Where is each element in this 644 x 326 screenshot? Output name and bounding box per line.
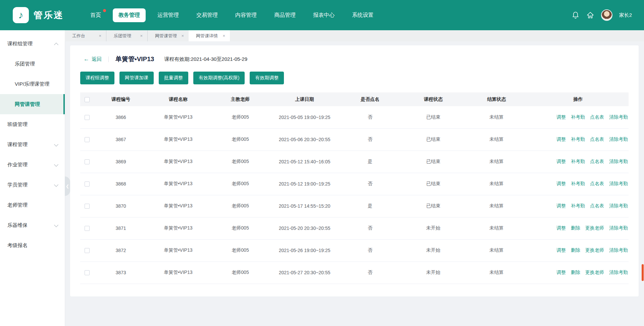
action-link-3[interactable]: 更换老师 <box>585 247 604 253</box>
validity-adjust-button[interactable]: 有效期调整 <box>250 72 284 84</box>
adjust-course-group-button[interactable]: 课程组调整 <box>80 72 114 84</box>
sidebar-item-orchestra-mgmt[interactable]: 乐团管理 <box>0 54 65 74</box>
user-name[interactable]: 家长2 <box>619 12 632 18</box>
cell-roll-call: 否 <box>339 106 401 128</box>
sidebar-item-class-mgmt[interactable]: 班级管理 <box>0 114 65 134</box>
cell-date: 2021-05-27 20:30~20:55 <box>270 261 339 284</box>
cell-date: 2021-05-12 19:00~19:25 <box>270 173 339 195</box>
row-checkbox[interactable] <box>85 137 90 142</box>
action-link-3[interactable]: 点名表 <box>590 159 604 164</box>
action-link-2[interactable]: 补考勤 <box>571 181 585 186</box>
sidebar-item-instrument-maintenance[interactable]: 乐器维保 <box>0 215 65 235</box>
row-checkbox[interactable] <box>85 159 90 164</box>
row-checkbox[interactable] <box>85 115 90 120</box>
action-link-4[interactable]: 清除考勤 <box>609 136 628 142</box>
action-link-1[interactable]: 调整 <box>556 114 566 120</box>
action-link-1[interactable]: 调整 <box>556 181 566 186</box>
sidebar-item-homework-mgmt[interactable]: 作业管理 <box>0 155 65 175</box>
close-icon[interactable]: × <box>99 34 101 38</box>
cell-teacher: 老师005 <box>210 106 270 128</box>
action-link-4[interactable]: 清除考勤 <box>609 159 628 164</box>
tab-orchestra-mgmt[interactable]: 乐团管理 × <box>106 30 147 41</box>
action-link-4[interactable]: 清除考勤 <box>609 270 628 275</box>
logo-icon: ♪ <box>13 7 29 23</box>
sidebar-item-course-mgmt[interactable]: 课程管理 <box>0 134 65 155</box>
cell-course-id: 3871 <box>96 217 146 239</box>
table-row: 3866 单簧管•VIP13 老师005 2021-05-05 19:00~19… <box>80 106 629 128</box>
close-icon[interactable]: × <box>181 34 184 38</box>
select-all-checkbox[interactable] <box>85 97 90 102</box>
cell-course-id: 3866 <box>96 106 146 128</box>
nav-item-content[interactable]: 内容管理 <box>230 8 262 22</box>
nav-item-academic[interactable]: 教务管理 <box>113 8 146 22</box>
content: 工作台 × 乐团管理 × 网管课管理 × 网管课详情 × ← 返回 <box>65 30 644 326</box>
nav-label: 报表中心 <box>313 12 335 18</box>
action-link-4[interactable]: 清除考勤 <box>609 181 628 186</box>
sidebar-item-label: 网管课管理 <box>15 101 40 108</box>
bell-icon[interactable] <box>572 11 580 19</box>
nav-item-operations[interactable]: 运营管理 <box>152 8 185 22</box>
sidebar-item-online-class-mgmt[interactable]: 网管课管理 <box>0 94 65 114</box>
sidebar-item-exam-registration[interactable]: 考级报名 <box>0 235 65 255</box>
nav-item-settings[interactable]: 系统设置 <box>346 8 379 22</box>
action-link-3[interactable]: 点名表 <box>590 136 604 142</box>
action-link-4[interactable]: 清除考勤 <box>609 203 628 208</box>
close-icon[interactable]: × <box>140 34 143 38</box>
tab-online-class-detail[interactable]: 网管课详情 × <box>189 30 230 41</box>
row-checkbox[interactable] <box>85 181 90 187</box>
nav-item-reports[interactable]: 报表中心 <box>307 8 340 22</box>
cell-roll-call: 否 <box>339 173 401 195</box>
cell-settle-status: 未结算 <box>465 195 528 217</box>
sidebar-item-teacher-mgmt[interactable]: 老师管理 <box>0 195 65 215</box>
sidebar-item-student-mgmt[interactable]: 学员管理 <box>0 175 65 195</box>
action-link-4[interactable]: 清除考勤 <box>609 114 628 120</box>
action-link-2[interactable]: 补考勤 <box>571 159 585 164</box>
action-link-2[interactable]: 补考勤 <box>571 203 585 208</box>
action-link-4[interactable]: 清除考勤 <box>609 247 628 253</box>
row-checkbox[interactable] <box>85 248 90 253</box>
action-link-1[interactable]: 调整 <box>556 270 566 275</box>
nav-item-transactions[interactable]: 交易管理 <box>191 8 224 22</box>
action-link-3[interactable]: 更换老师 <box>585 225 604 231</box>
action-link-1[interactable]: 调整 <box>556 247 566 253</box>
action-link-1[interactable]: 调整 <box>556 136 566 142</box>
avatar[interactable] <box>601 9 612 21</box>
back-button[interactable]: ← 返回 <box>84 56 102 63</box>
action-link-2[interactable]: 补考勤 <box>571 114 585 120</box>
table-row: 3872 单簧管•VIP13 老师005 2021-05-26 19:00~19… <box>80 239 629 261</box>
cell-course-id: 3873 <box>96 261 146 284</box>
action-link-2[interactable]: 删除 <box>571 270 580 275</box>
row-checkbox[interactable] <box>85 204 90 209</box>
batch-adjust-button[interactable]: 批量调整 <box>159 72 188 84</box>
action-link-2[interactable]: 补考勤 <box>571 136 585 142</box>
action-link-1[interactable]: 调整 <box>556 203 566 208</box>
action-link-2[interactable]: 删除 <box>571 247 580 253</box>
action-link-3[interactable]: 点名表 <box>590 114 604 120</box>
action-link-3[interactable]: 点名表 <box>590 181 604 186</box>
action-link-1[interactable]: 调整 <box>556 225 566 231</box>
tab-workbench[interactable]: 工作台 × <box>65 30 106 41</box>
action-link-3[interactable]: 更换老师 <box>585 270 604 275</box>
nav-item-home[interactable]: 首页 <box>85 8 107 22</box>
close-icon[interactable]: × <box>222 34 225 38</box>
col-settle-status: 结算状态 <box>465 92 528 106</box>
row-checkbox[interactable] <box>85 270 90 275</box>
scrollbar-thumb[interactable] <box>642 264 644 281</box>
page-title: 单簧管•VIP13 <box>115 55 154 64</box>
table-row: 3867 单簧管•VIP13 老师005 2021-05-06 20:30~20… <box>80 128 629 151</box>
action-link-1[interactable]: 调整 <box>556 159 566 164</box>
action-link-4[interactable]: 清除考勤 <box>609 225 628 231</box>
col-date: 上课日期 <box>270 92 339 106</box>
sidebar-item-vip-theory-mgmt[interactable]: VIP/乐理课管理 <box>0 74 65 94</box>
action-link-2[interactable]: 删除 <box>571 225 580 231</box>
add-online-class-button[interactable]: 网管课加课 <box>119 72 154 84</box>
action-link-3[interactable]: 点名表 <box>590 203 604 208</box>
sidebar-collapse-handle[interactable]: ❮ <box>65 176 70 196</box>
sidebar-item-course-group-mgmt[interactable]: 课程组管理 <box>0 34 65 54</box>
row-checkbox[interactable] <box>85 226 90 231</box>
cell-roll-call: 是 <box>339 151 401 173</box>
validity-adjust-high-perm-button[interactable]: 有效期调整(高权限) <box>193 72 245 84</box>
home-icon[interactable] <box>586 11 594 19</box>
nav-item-products[interactable]: 商品管理 <box>268 8 301 22</box>
tab-online-class-mgmt[interactable]: 网管课管理 × <box>147 30 189 41</box>
